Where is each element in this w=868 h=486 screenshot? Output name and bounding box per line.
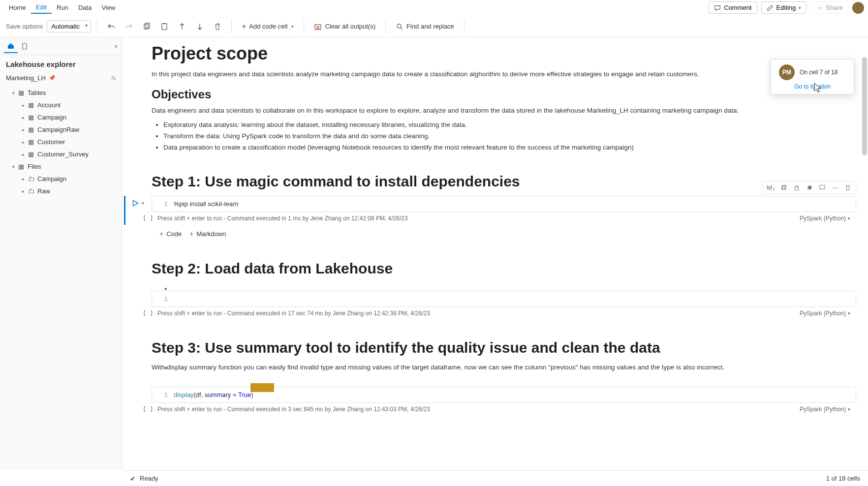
scrollbar[interactable] <box>861 37 868 470</box>
tree-table-item[interactable]: ▸▦Customer_Survey <box>0 148 122 160</box>
text-highlight <box>250 383 274 392</box>
find-replace-label: Find and replace <box>406 23 454 30</box>
code-text: display(df, summary = True) <box>174 391 253 398</box>
chevron-right-icon: ▸ <box>20 103 27 108</box>
status-ready-text: Ready <box>140 475 158 482</box>
chevron-down-icon: ▾ <box>848 216 850 221</box>
line-number: 1 <box>158 295 168 303</box>
file-icon <box>21 42 29 50</box>
kernel-name[interactable]: PySpark (Python) <box>800 310 846 317</box>
folder-icon: 🗀 <box>27 175 35 182</box>
sidebar-collapse-button[interactable]: « <box>114 43 118 50</box>
heading-step2: Step 2: Load data from Lakehouse <box>152 260 856 277</box>
cell-lock-button[interactable] <box>793 183 801 191</box>
add-code-cell-button[interactable]: + Add code cell ▾ <box>238 20 298 33</box>
cell-exec-info: Command executed in 17 sec 74 ms by Jene… <box>227 310 430 317</box>
folder-icon: 🗀 <box>27 187 35 195</box>
menu-view[interactable]: View <box>96 2 120 13</box>
tree-label: Raw <box>37 187 50 195</box>
move-down-button[interactable] <box>192 19 208 34</box>
cell-exec-info: Command executed in 3 sec 845 ms by Jene… <box>227 406 430 413</box>
kernel-name[interactable]: PySpark (Python) <box>800 215 846 222</box>
run-cell-button[interactable] <box>131 199 140 208</box>
find-replace-button[interactable]: Find and replace <box>392 21 458 32</box>
presence-avatar[interactable]: PM <box>779 64 795 80</box>
run-dropdown[interactable]: ▾ <box>142 201 144 206</box>
search-icon <box>396 23 403 30</box>
cell-delete-button[interactable] <box>844 183 852 191</box>
comment-button[interactable]: Comment <box>709 1 757 14</box>
cell-comment-button[interactable] <box>818 183 826 191</box>
tree-table-item[interactable]: ▸▦Customer <box>0 136 122 148</box>
share-button[interactable]: Share <box>810 1 848 14</box>
trash-icon <box>844 184 851 191</box>
code-editor[interactable]: 1%pip install scikit-learn <box>152 196 856 212</box>
kernel-name[interactable]: PySpark (Python) <box>800 406 846 413</box>
tree-label: Campaign <box>37 114 66 121</box>
tree-table-item[interactable]: ▸▦Account <box>0 99 122 111</box>
table-icon: ▦ <box>27 138 35 146</box>
tree-tables[interactable]: ▾ ▦ Tables <box>0 87 122 99</box>
pin-icon[interactable]: 📌 <box>49 75 56 81</box>
lock-icon <box>793 184 800 191</box>
go-to-location-link[interactable]: Go to location <box>779 83 846 90</box>
heading-project-scope: Project scope <box>152 43 856 64</box>
bullet-item: Exploratory data analysis: learning abou… <box>163 120 856 131</box>
redo-button[interactable] <box>121 19 137 34</box>
sidebar-tab-files[interactable] <box>18 39 31 53</box>
save-options-label: Save options <box>4 23 45 30</box>
add-code-button[interactable]: +Code <box>159 230 182 238</box>
tree-label: CampaignRaw <box>37 126 79 133</box>
add-markdown-button[interactable]: +Markdown <box>189 230 226 238</box>
tree-file-item[interactable]: ▸🗀Campaign <box>0 173 122 185</box>
menu-edit[interactable]: Edit <box>31 1 52 14</box>
tree-label: Tables <box>28 89 46 96</box>
sidebar-title: Lakehouse explorer <box>0 55 122 71</box>
divider <box>231 20 232 33</box>
paste-icon <box>160 23 168 30</box>
cell-separator: - <box>222 310 227 317</box>
code-editor[interactable]: 1display(df, summary = True) <box>152 387 856 403</box>
cell-separator: - <box>222 406 227 413</box>
cell-hint: Press shift + enter to run <box>157 406 222 413</box>
copy-button[interactable] <box>139 19 155 34</box>
tree-table-item[interactable]: ▸▦CampaignRaw <box>0 123 122 136</box>
sidebar-tab-lakehouse[interactable] <box>4 39 18 53</box>
editing-label: Editing <box>776 4 796 11</box>
collapse-toggle[interactable]: ▾ <box>164 365 167 371</box>
active-cell-indicator <box>124 196 125 225</box>
chevron-down-icon: ▾ <box>10 91 17 95</box>
save-options-dropdown[interactable]: Automatic <box>47 20 91 32</box>
share-icon <box>816 4 823 11</box>
cell-copy-button[interactable] <box>780 183 788 191</box>
refresh-icon[interactable]: ⇆ <box>111 75 116 81</box>
bullet-item: Transform the data: Using PySpark code t… <box>163 131 856 142</box>
clear-output-button[interactable]: Clear all output(s) <box>310 21 379 32</box>
delete-button[interactable] <box>210 19 225 34</box>
tree-file-item[interactable]: ▸🗀Raw <box>0 185 122 197</box>
scrollbar-thumb[interactable] <box>862 57 867 155</box>
cell-markdown-button[interactable]: M↓ <box>767 183 775 191</box>
cell-more-button[interactable]: ⋯ <box>831 183 839 191</box>
cell-bracket: [ ] <box>143 406 154 413</box>
code-editor[interactable]: 1 <box>152 291 856 307</box>
menu-data[interactable]: Data <box>73 2 96 13</box>
undo-button[interactable] <box>103 19 119 34</box>
cell-freeze-button[interactable]: ✱ <box>806 183 813 191</box>
step3-text: With display summary function you can ea… <box>152 362 856 373</box>
line-number: 1 <box>158 391 168 398</box>
tree-files[interactable]: ▾ ▦ Files <box>0 160 122 173</box>
menu-run[interactable]: Run <box>52 2 73 13</box>
lakehouse-name[interactable]: Marketing_LH <box>6 74 46 82</box>
tree-table-item[interactable]: ▸▦Campaign <box>0 111 122 123</box>
cell-exec-info: Command executed in 1 ms by Jene Zhang o… <box>227 215 408 222</box>
user-avatar-small[interactable] <box>852 2 864 14</box>
chevron-right-icon: ▸ <box>20 115 27 120</box>
menu-home[interactable]: Home <box>4 2 31 13</box>
comment-icon <box>819 184 826 191</box>
paste-button[interactable] <box>156 19 172 34</box>
objectives-text: Data engineers and data scientists to co… <box>152 105 856 116</box>
editing-button[interactable]: Editing ▾ <box>761 1 807 14</box>
move-up-button[interactable] <box>174 19 190 34</box>
svg-point-5 <box>397 24 401 28</box>
